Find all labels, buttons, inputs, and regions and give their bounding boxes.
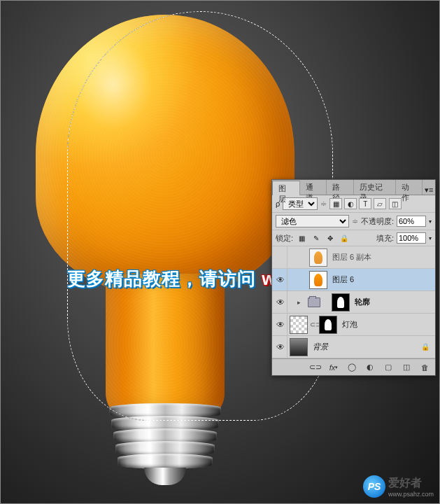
adjustment-button[interactable]: ◐ bbox=[364, 362, 376, 373]
layer-row[interactable]: 👁 图层 6 bbox=[272, 269, 435, 291]
blend-mode-select[interactable]: 滤色 bbox=[276, 215, 349, 227]
lock-position-icon[interactable]: ✥ bbox=[324, 233, 336, 244]
filter-kind-select[interactable]: 类型 bbox=[283, 197, 318, 210]
layer-list: 图层 6 副本 👁 图层 6 👁 ▸ 轮廓 👁 ⊂⊃ bbox=[272, 246, 435, 358]
tab-history[interactable]: 历史记录 bbox=[354, 180, 396, 195]
layer-name-label[interactable]: 图层 6 bbox=[332, 274, 434, 285]
visibility-toggle[interactable]: 👁 bbox=[274, 291, 288, 313]
tab-layers[interactable]: 图层 bbox=[272, 181, 300, 195]
link-layers-button[interactable]: ⊂⊃ bbox=[309, 362, 322, 373]
filter-image-icon[interactable]: ▦ bbox=[329, 198, 342, 209]
watermark-text: 更多精品教程，请访问 bbox=[67, 268, 256, 289]
visibility-toggle[interactable]: 👁 bbox=[274, 314, 288, 335]
lock-icons: ▦ ✎ ✥ 🔒 bbox=[296, 233, 350, 244]
lock-label: 锁定: bbox=[276, 233, 293, 244]
bulb-glass-orange bbox=[36, 15, 294, 295]
panel-menu-icon[interactable]: ▾≡ bbox=[423, 183, 435, 195]
layer-row[interactable]: 👁 背景 🔒 bbox=[272, 336, 435, 358]
opacity-input[interactable] bbox=[397, 216, 426, 227]
fill-input[interactable] bbox=[397, 232, 426, 244]
filter-type-icons: ▦ ◐ T ▱ ◫ bbox=[329, 198, 401, 209]
eye-icon: 👁 bbox=[276, 342, 285, 352]
new-layer-button[interactable]: ◫ bbox=[400, 362, 413, 373]
tab-actions[interactable]: 动作 bbox=[396, 180, 423, 195]
panel-tabs: 图层 通道 路径 历史记录 动作 ▾≡ bbox=[272, 180, 435, 195]
lock-all-icon[interactable]: 🔒 bbox=[338, 233, 350, 244]
tab-channels[interactable]: 通道 bbox=[300, 180, 327, 195]
site-logo: PS 爱好者 www.psahz.com bbox=[363, 475, 434, 498]
layer-name-label[interactable]: 灯泡 bbox=[342, 319, 434, 330]
eye-icon: 👁 bbox=[276, 320, 285, 330]
layer-thumb[interactable] bbox=[309, 248, 327, 267]
filter-text-icon[interactable]: T bbox=[359, 198, 371, 209]
visibility-toggle[interactable]: 👁 bbox=[274, 336, 288, 358]
bulb-socket bbox=[109, 403, 221, 487]
layer-thumb[interactable] bbox=[309, 271, 327, 289]
layer-mask-thumb[interactable] bbox=[319, 316, 337, 334]
add-mask-button[interactable]: ◯ bbox=[346, 362, 358, 373]
layer-row[interactable]: 👁 ⊂⊃ 灯泡 bbox=[272, 314, 435, 336]
lock-row: 锁定: ▦ ✎ ✥ 🔒 填充: ▾ bbox=[272, 230, 435, 246]
filter-type-row: ρ 类型 ≑ ▦ ◐ T ▱ ◫ bbox=[272, 195, 435, 213]
layer-thumb[interactable] bbox=[290, 316, 308, 334]
group-button[interactable]: ▢ bbox=[382, 362, 395, 373]
tab-paths[interactable]: 路径 bbox=[327, 180, 354, 195]
link-icon: ⊂⊃ bbox=[310, 321, 317, 328]
canvas-area: 更多精品教程，请访问 www.240PS.com PS 爱好者 www.psah… bbox=[0, 0, 440, 504]
fx-button[interactable]: fx▾ bbox=[327, 362, 340, 373]
layers-panel: 图层 通道 路径 历史记录 动作 ▾≡ ρ 类型 ≑ ▦ ◐ T ▱ ◫ 滤色 bbox=[271, 179, 436, 376]
artwork-lightbulb bbox=[36, 1, 308, 491]
fill-label: 填充: bbox=[376, 233, 394, 244]
blend-mode-row: 滤色 ≑ 不透明度: ▾ bbox=[272, 213, 435, 230]
eye-icon: 👁 bbox=[276, 275, 285, 285]
filter-adjust-icon[interactable]: ◐ bbox=[344, 198, 357, 209]
disclosure-icon[interactable]: ▸ bbox=[297, 299, 306, 306]
delete-button[interactable]: 🗑 bbox=[418, 362, 431, 373]
layer-name-label[interactable]: 轮廓 bbox=[355, 297, 434, 307]
panel-footer: ⊂⊃ fx▾ ◯ ◐ ▢ ◫ 🗑 bbox=[272, 358, 435, 375]
filter-shape-icon[interactable]: ▱ bbox=[374, 198, 386, 209]
logo-url: www.psahz.com bbox=[388, 491, 434, 498]
layer-thumb[interactable] bbox=[290, 338, 308, 356]
layer-mask-thumb[interactable] bbox=[332, 293, 350, 312]
folder-icon bbox=[308, 298, 320, 307]
lock-brush-icon[interactable]: ✎ bbox=[310, 233, 322, 244]
filter-smart-icon[interactable]: ◫ bbox=[389, 198, 402, 209]
layer-row[interactable]: 图层 6 副本 bbox=[272, 246, 435, 269]
bulb-neck bbox=[106, 274, 225, 414]
logo-name: 爱好者 bbox=[388, 476, 434, 491]
logo-badge: PS bbox=[363, 475, 385, 498]
visibility-toggle[interactable] bbox=[274, 246, 288, 268]
opacity-label: 不透明度: bbox=[361, 216, 394, 227]
visibility-toggle[interactable]: 👁 bbox=[274, 269, 288, 290]
lock-pixels-icon[interactable]: ▦ bbox=[296, 233, 308, 244]
layer-row[interactable]: 👁 ▸ 轮廓 bbox=[272, 291, 435, 314]
lock-icon: 🔒 bbox=[421, 343, 430, 351]
layer-name-label[interactable]: 背景 bbox=[313, 342, 421, 352]
eye-icon: 👁 bbox=[276, 298, 285, 307]
layer-name-label[interactable]: 图层 6 副本 bbox=[332, 252, 434, 262]
